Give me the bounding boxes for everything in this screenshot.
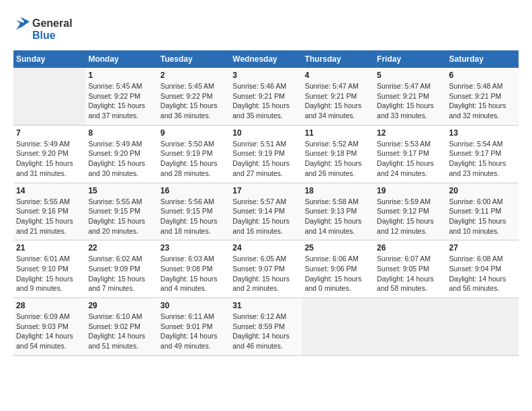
day-number: 10 [232,128,299,138]
svg-text:General: General [32,17,73,29]
day-cell: 12Sunrise: 5:53 AM Sunset: 9:17 PM Dayli… [374,125,446,183]
day-info: Sunrise: 6:01 AM Sunset: 9:10 PM Dayligh… [16,254,83,293]
week-row-5: 28Sunrise: 6:09 AM Sunset: 9:03 PM Dayli… [13,298,519,356]
day-cell: 1Sunrise: 5:45 AM Sunset: 9:22 PM Daylig… [85,68,157,125]
day-number: 9 [161,128,227,138]
day-cell [302,298,374,356]
day-number: 24 [232,243,299,253]
week-row-1: 1Sunrise: 5:45 AM Sunset: 9:22 PM Daylig… [13,68,519,125]
day-info: Sunrise: 5:51 AM Sunset: 9:19 PM Dayligh… [232,139,299,179]
day-number: 15 [88,186,154,195]
logo: GeneralBlue [13,13,74,44]
day-number: 5 [377,71,443,80]
day-info: Sunrise: 6:08 AM Sunset: 9:04 PM Dayligh… [449,254,516,293]
day-info: Sunrise: 5:55 AM Sunset: 9:16 PM Dayligh… [16,197,83,236]
week-row-4: 21Sunrise: 6:01 AM Sunset: 9:10 PM Dayli… [13,240,519,298]
day-info: Sunrise: 5:53 AM Sunset: 9:17 PM Dayligh… [377,139,443,179]
day-cell: 27Sunrise: 6:08 AM Sunset: 9:04 PM Dayli… [447,240,519,298]
day-number: 4 [305,71,371,80]
day-number: 8 [88,128,154,138]
day-info: Sunrise: 5:49 AM Sunset: 9:20 PM Dayligh… [88,139,154,179]
day-cell: 10Sunrise: 5:51 AM Sunset: 9:19 PM Dayli… [230,125,302,183]
day-cell: 24Sunrise: 6:05 AM Sunset: 9:07 PM Dayli… [230,240,302,298]
day-cell: 11Sunrise: 5:52 AM Sunset: 9:18 PM Dayli… [302,125,374,183]
header-sunday: Sunday [13,50,85,68]
day-number: 26 [377,243,443,253]
day-info: Sunrise: 6:07 AM Sunset: 9:05 PM Dayligh… [377,254,443,293]
day-info: Sunrise: 6:11 AM Sunset: 9:01 PM Dayligh… [161,312,227,351]
day-info: Sunrise: 6:10 AM Sunset: 9:02 PM Dayligh… [88,312,154,351]
day-number: 1 [88,71,154,80]
day-info: Sunrise: 5:55 AM Sunset: 9:15 PM Dayligh… [88,197,154,236]
day-cell: 26Sunrise: 6:07 AM Sunset: 9:05 PM Dayli… [374,240,446,298]
day-cell: 30Sunrise: 6:11 AM Sunset: 9:01 PM Dayli… [158,298,230,356]
day-number: 31 [232,301,299,310]
day-number: 2 [161,71,227,80]
day-info: Sunrise: 5:48 AM Sunset: 9:21 PM Dayligh… [449,81,516,121]
day-number: 16 [161,186,227,195]
day-number: 19 [377,186,443,195]
day-info: Sunrise: 5:54 AM Sunset: 9:17 PM Dayligh… [449,139,516,179]
week-row-3: 14Sunrise: 5:55 AM Sunset: 9:16 PM Dayli… [13,183,519,240]
day-number: 13 [449,128,516,138]
header-friday: Friday [374,50,446,68]
day-cell: 5Sunrise: 5:47 AM Sunset: 9:21 PM Daylig… [374,68,446,125]
day-info: Sunrise: 5:50 AM Sunset: 9:19 PM Dayligh… [161,139,227,179]
calendar-header-row: SundayMondayTuesdayWednesdayThursdayFrid… [13,50,519,68]
day-cell: 29Sunrise: 6:10 AM Sunset: 9:02 PM Dayli… [85,298,157,356]
day-cell [447,298,519,356]
header-monday: Monday [85,50,157,68]
day-number: 7 [16,128,83,138]
day-number: 29 [88,301,154,310]
day-info: Sunrise: 5:49 AM Sunset: 9:20 PM Dayligh… [16,139,83,179]
day-cell: 9Sunrise: 5:50 AM Sunset: 9:19 PM Daylig… [158,125,230,183]
day-cell: 16Sunrise: 5:56 AM Sunset: 9:15 PM Dayli… [158,183,230,240]
day-info: Sunrise: 6:00 AM Sunset: 9:11 PM Dayligh… [449,197,516,236]
week-row-2: 7Sunrise: 5:49 AM Sunset: 9:20 PM Daylig… [13,125,519,183]
day-cell: 17Sunrise: 5:57 AM Sunset: 9:14 PM Dayli… [230,183,302,240]
day-number: 30 [161,301,227,310]
day-number: 17 [232,186,299,195]
day-number: 25 [305,243,371,253]
day-cell: 3Sunrise: 5:46 AM Sunset: 9:21 PM Daylig… [230,68,302,125]
day-cell: 25Sunrise: 6:06 AM Sunset: 9:06 PM Dayli… [302,240,374,298]
day-info: Sunrise: 6:05 AM Sunset: 9:07 PM Dayligh… [232,254,299,293]
day-number: 6 [449,71,516,80]
day-info: Sunrise: 6:12 AM Sunset: 8:59 PM Dayligh… [232,312,299,351]
day-info: Sunrise: 6:06 AM Sunset: 9:06 PM Dayligh… [305,254,371,293]
day-cell [374,298,446,356]
day-info: Sunrise: 6:09 AM Sunset: 9:03 PM Dayligh… [16,312,83,351]
day-cell [13,68,85,125]
day-info: Sunrise: 5:47 AM Sunset: 9:21 PM Dayligh… [305,81,371,121]
day-number: 27 [449,243,516,253]
day-number: 18 [305,186,371,195]
day-cell: 22Sunrise: 6:02 AM Sunset: 9:09 PM Dayli… [85,240,157,298]
logo-svg: GeneralBlue [13,13,74,44]
day-cell: 19Sunrise: 5:59 AM Sunset: 9:12 PM Dayli… [374,183,446,240]
day-number: 3 [232,71,299,80]
header-tuesday: Tuesday [158,50,230,68]
day-info: Sunrise: 5:56 AM Sunset: 9:15 PM Dayligh… [161,197,227,236]
day-info: Sunrise: 5:52 AM Sunset: 9:18 PM Dayligh… [305,139,371,179]
day-cell: 31Sunrise: 6:12 AM Sunset: 8:59 PM Dayli… [230,298,302,356]
day-info: Sunrise: 5:59 AM Sunset: 9:12 PM Dayligh… [377,197,443,236]
day-cell: 14Sunrise: 5:55 AM Sunset: 9:16 PM Dayli… [13,183,85,240]
day-cell: 6Sunrise: 5:48 AM Sunset: 9:21 PM Daylig… [447,68,519,125]
day-cell: 28Sunrise: 6:09 AM Sunset: 9:03 PM Dayli… [13,298,85,356]
day-info: Sunrise: 5:45 AM Sunset: 9:22 PM Dayligh… [88,81,154,121]
day-cell: 20Sunrise: 6:00 AM Sunset: 9:11 PM Dayli… [447,183,519,240]
day-cell: 23Sunrise: 6:03 AM Sunset: 9:08 PM Dayli… [158,240,230,298]
day-info: Sunrise: 6:03 AM Sunset: 9:08 PM Dayligh… [161,254,227,293]
day-cell: 18Sunrise: 5:58 AM Sunset: 9:13 PM Dayli… [302,183,374,240]
day-info: Sunrise: 5:57 AM Sunset: 9:14 PM Dayligh… [232,197,299,236]
day-number: 28 [16,301,83,310]
header-saturday: Saturday [447,50,519,68]
day-cell: 15Sunrise: 5:55 AM Sunset: 9:15 PM Dayli… [85,183,157,240]
day-number: 14 [16,186,83,195]
day-cell: 2Sunrise: 5:45 AM Sunset: 9:22 PM Daylig… [158,68,230,125]
page-header: GeneralBlue [13,13,519,44]
header-wednesday: Wednesday [230,50,302,68]
day-info: Sunrise: 5:47 AM Sunset: 9:21 PM Dayligh… [377,81,443,121]
day-number: 23 [161,243,227,253]
day-number: 11 [305,128,371,138]
